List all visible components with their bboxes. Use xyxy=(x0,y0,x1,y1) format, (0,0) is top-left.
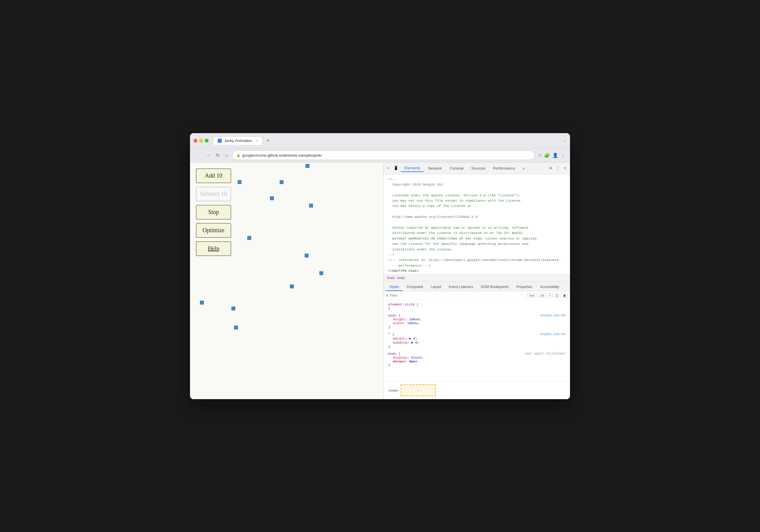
stop-button[interactable]: Stop xyxy=(196,205,231,220)
traffic-lights xyxy=(194,139,209,143)
accessibility-tab[interactable]: Accessibility xyxy=(537,284,563,291)
computed-tab[interactable]: Computed xyxy=(403,284,426,291)
content-area: Add 10 Subtract 10 Stop Optimize Help xyxy=(190,162,570,399)
properties-tab[interactable]: Properties xyxy=(513,284,536,291)
title-bar: Janky Animation × + ⌄ xyxy=(190,133,570,149)
subtract10-button[interactable]: Subtract 10 xyxy=(196,187,231,201)
css-selector: * { xyxy=(388,332,395,336)
add-badge[interactable]: + xyxy=(547,293,553,298)
source-line: Copyright 2016 Google Inc. xyxy=(384,182,570,187)
button-panel: Add 10 Subtract 10 Stop Optimize Help xyxy=(196,168,231,256)
tab-network[interactable]: Network xyxy=(424,165,446,172)
source-line xyxy=(384,187,570,193)
animated-square-10 xyxy=(200,301,204,304)
animated-square-4 xyxy=(270,196,274,200)
css-rules[interactable]: element.style { } body { styles.css:20 h… xyxy=(384,300,570,381)
url-bar[interactable]: 🔒 googlechrome.github.io/devtools-sample… xyxy=(232,151,535,160)
tab-elements[interactable]: Elements xyxy=(401,165,424,172)
styles-tab[interactable]: Styles xyxy=(386,284,403,291)
breadcrumb-html[interactable]: html xyxy=(387,276,395,280)
hov-badge[interactable]: :hov xyxy=(527,293,537,298)
profile-icon[interactable]: 👤 xyxy=(552,153,558,158)
close-traffic-light[interactable] xyxy=(194,139,197,143)
new-tab-button[interactable]: + xyxy=(266,138,270,144)
source-line: <!-- referenced in: https://developers.g… xyxy=(384,257,570,268)
back-button[interactable]: ← xyxy=(195,152,202,159)
inspector-badge[interactable]: ⊡ xyxy=(554,293,560,298)
address-bar: ← → ↻ ⌂ 🔒 googlechrome.github.io/devtool… xyxy=(190,149,570,162)
html-source[interactable]: <!-- Copyright 2016 Google Inc. Licensed… xyxy=(384,174,570,274)
animated-square-12 xyxy=(231,307,235,310)
source-line: limitations under the License. xyxy=(384,247,570,252)
devtools-panel: ⌖ 📱 Elements Network Console Sources Per… xyxy=(383,162,570,399)
browser-window: Janky Animation × + ⌄ ← → ↻ ⌂ 🔒 googlech… xyxy=(190,133,570,399)
maximize-traffic-light[interactable] xyxy=(205,139,209,143)
css-rule-star-15: * { styles.css:15 margin: ▶ 0; padding: … xyxy=(384,331,570,349)
home-button[interactable]: ⌂ xyxy=(224,152,229,159)
url-text: googlechrome.github.io/devtools-samples/… xyxy=(242,153,322,157)
dom-breakpoints-tab[interactable]: DOM Breakpoints xyxy=(477,284,512,291)
css-selector: body { xyxy=(388,314,400,317)
tab-close-button[interactable]: × xyxy=(256,139,258,143)
add10-button[interactable]: Add 10 xyxy=(196,168,231,183)
webpage: Add 10 Subtract 10 Stop Optimize Help xyxy=(190,162,383,399)
source-line: you may not use this file except in comp… xyxy=(384,198,570,203)
forward-button[interactable]: → xyxy=(205,152,212,159)
filter-badges: :hov .cls + ⊡ ▣ xyxy=(527,293,568,298)
devtools-tabs: Elements Network Console Sources Perform… xyxy=(401,165,528,172)
devtools-toolbar: ⌖ 📱 Elements Network Console Sources Per… xyxy=(384,162,570,174)
settings-icon[interactable]: ⚙ xyxy=(548,165,553,172)
css-rule-body-ua: body { user agent stylesheet display: bl… xyxy=(384,351,570,368)
source-line: WITHOUT WARRANTIES OR CONDITIONS OF ANY … xyxy=(384,236,570,241)
box-model-area: margin – xyxy=(384,381,570,399)
animated-square-6 xyxy=(247,236,251,240)
source-line: See the License for the specific languag… xyxy=(384,241,570,246)
tab-console[interactable]: Console xyxy=(446,165,467,172)
source-line: You may obtain a copy of the License at xyxy=(384,203,570,209)
tab-title: Janky Animation xyxy=(224,138,252,143)
extensions-icon[interactable]: 🧩 xyxy=(544,153,550,158)
animated-square-7 xyxy=(305,254,309,257)
css-source-link[interactable]: styles.css:20 xyxy=(540,314,565,317)
source-line: distributed under the License is distrib… xyxy=(384,231,570,236)
minimize-traffic-light[interactable] xyxy=(199,139,203,143)
cursor-icon[interactable]: ⌖ xyxy=(386,165,391,172)
css-rule-element-style: element.style { } xyxy=(384,301,570,311)
tab-chevron[interactable]: ⌄ xyxy=(563,138,566,143)
help-button[interactable]: Help xyxy=(196,241,231,256)
cls-badge[interactable]: .cls xyxy=(538,293,546,298)
layout-tab[interactable]: Layout xyxy=(427,284,445,291)
animated-square-5 xyxy=(309,204,313,207)
source-line: Unless required by applicable law or agr… xyxy=(384,225,570,231)
styles-tabs: Styles Computed Layout Event Listeners D… xyxy=(384,282,570,291)
lock-icon: 🔒 xyxy=(236,154,241,157)
refresh-button[interactable]: ↻ xyxy=(215,152,221,159)
event-listeners-tab[interactable]: Event Listeners xyxy=(445,284,477,291)
more-icon[interactable]: ⋮ xyxy=(554,165,561,172)
css-selector: element.style { xyxy=(388,302,419,306)
devtools-actions: ⚙ ⋮ × xyxy=(548,165,568,172)
tab-performance[interactable]: Performance xyxy=(490,165,518,172)
breadcrumb-body[interactable]: body xyxy=(397,276,405,280)
box-model-label: margin xyxy=(388,388,398,392)
source-line: --> xyxy=(384,252,570,257)
device-icon[interactable]: 📱 xyxy=(392,165,400,172)
tab-favicon xyxy=(218,139,222,143)
bookmark-icon[interactable]: ☆ xyxy=(538,153,542,158)
css-rule-body-20: body { styles.css:20 height: 100vh; widt… xyxy=(384,312,570,330)
css-source-link[interactable]: styles.css:15 xyxy=(540,332,565,336)
optimize-button[interactable]: Optimize xyxy=(196,223,231,238)
browser-tab[interactable]: Janky Animation × xyxy=(213,136,262,145)
source-line xyxy=(384,209,570,214)
filter-input[interactable] xyxy=(390,294,525,297)
animated-square-1 xyxy=(306,164,309,168)
tab-sources[interactable]: Sources xyxy=(468,165,489,172)
animated-square-2 xyxy=(238,180,241,184)
source-line xyxy=(384,220,570,225)
close-devtools-icon[interactable]: × xyxy=(562,165,568,172)
menu-icon[interactable]: ⋮ xyxy=(561,153,565,158)
animated-square-11 xyxy=(234,326,238,330)
css-source-ua: user agent stylesheet xyxy=(524,352,565,355)
tab-more[interactable]: » xyxy=(519,165,528,172)
grid-badge[interactable]: ▣ xyxy=(561,293,568,298)
